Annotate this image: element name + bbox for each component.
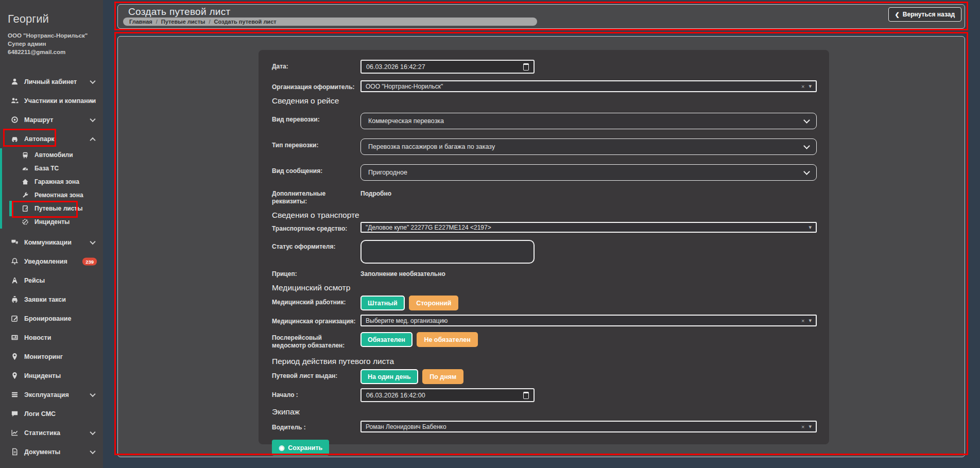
sidebar-subitem-vehicle-db[interactable]: База ТС <box>2 162 103 175</box>
sidebar-item-notifications[interactable]: Уведомления 239 <box>0 252 103 271</box>
back-button[interactable]: ❮ Вернуться назад <box>888 7 961 22</box>
chevron-down-icon <box>803 117 810 124</box>
sidebar-item-statistics[interactable]: Статистика <box>0 423 103 442</box>
breadcrumb-home[interactable]: Главная <box>129 19 152 25</box>
med-org-label: Медицинская организация: <box>272 315 360 325</box>
message-kind-label: Вид сообщения: <box>272 164 360 175</box>
sidebar-subitem-incidents[interactable]: Инциденты <box>2 215 103 229</box>
bell-icon <box>11 257 19 265</box>
med-worker-staff-button[interactable]: Штатный <box>360 296 405 310</box>
breadcrumb-waybills[interactable]: Путевые листы <box>161 19 205 25</box>
page-header: Создать путевой лист Главная / Путевые л… <box>117 4 965 29</box>
start-input[interactable]: 06.03.2026 16:42:00 <box>360 388 535 402</box>
message-kind-select[interactable]: Пригородное <box>360 164 817 181</box>
sidebar-item-exploitation[interactable]: Эксплуатация <box>0 385 103 404</box>
breadcrumb: Главная / Путевые листы / Создать путево… <box>123 18 537 26</box>
user-block: Георгий ООО "Нортранс-Норильск" Супер ад… <box>0 0 103 56</box>
trips-icon <box>11 276 19 284</box>
post-trip-required-button[interactable]: Обязателен <box>360 332 412 347</box>
chevron-down-icon <box>90 78 95 83</box>
save-button[interactable]: ◉ Сохранить <box>272 440 329 456</box>
chevron-down-icon <box>90 391 95 396</box>
incident-icon <box>22 218 29 226</box>
sidebar-item-booking[interactable]: Бронирование <box>0 309 103 328</box>
user-company: ООО "Нортранс-Норильск" <box>8 31 98 40</box>
chart-line-icon <box>11 429 19 437</box>
status-input[interactable] <box>360 240 535 264</box>
active-item-marker <box>9 201 13 216</box>
trailer-label: Прицеп: <box>272 267 360 278</box>
sidebar-item-trips[interactable]: Рейсы <box>0 271 103 290</box>
file-icon <box>11 448 19 456</box>
chevron-down-icon <box>803 143 810 149</box>
section-trip-info: Сведения о рейсе <box>272 95 829 107</box>
calendar-icon[interactable] <box>523 63 529 71</box>
sidebar-item-communications[interactable]: Коммуникации <box>0 233 103 252</box>
sidebar-subitem-repair-zone[interactable]: Ремонтная зона <box>2 188 103 202</box>
dropdown-caret-icon[interactable]: ▾ <box>809 423 812 430</box>
date-input[interactable]: 06.03.2026 16:42:27 <box>360 60 535 74</box>
edit-square-icon <box>11 315 19 322</box>
sidebar-item-incidents[interactable]: Инциденты <box>0 366 103 385</box>
sidebar-item-personal-cabinet[interactable]: Личный кабинет <box>0 72 103 91</box>
sidebar-item-monitoring[interactable]: Мониторинг <box>0 347 103 366</box>
clear-icon[interactable]: × <box>801 424 804 430</box>
sidebar-item-documents[interactable]: Документы <box>0 442 103 461</box>
wrench-icon <box>22 192 29 199</box>
med-org-select[interactable]: Выберите мед. организацию ×▾ <box>360 315 817 326</box>
sidebar-item-sms-logs[interactable]: Логи СМС <box>0 404 103 423</box>
clear-icon[interactable]: × <box>801 318 804 324</box>
transport-type-select[interactable]: Перевозка пассажиров и багажа по заказу <box>360 138 817 155</box>
issued-one-day-button[interactable]: На один день <box>360 369 418 384</box>
sidebar: Георгий ООО "Нортранс-Норильск" Супер ад… <box>0 0 103 468</box>
sidebar-subitem-garage-zone[interactable]: Гаражная зона <box>2 175 103 188</box>
dropdown-caret-icon[interactable]: ▾ <box>809 83 812 90</box>
notifications-badge: 239 <box>82 257 97 265</box>
transport-kind-select[interactable]: Коммерческая перевозка <box>360 113 817 129</box>
clear-icon[interactable]: × <box>801 83 804 90</box>
post-trip-optional-button[interactable]: Не обязателен <box>417 332 477 347</box>
page-title: Создать путевой лист <box>128 6 231 18</box>
users-icon <box>11 97 19 105</box>
bus-icon <box>22 151 29 159</box>
user-role: Супер админ <box>8 40 98 48</box>
med-worker-label: Медицинский работник: <box>272 296 360 306</box>
tachometer-icon <box>22 165 29 172</box>
sidebar-item-participants-companies[interactable]: Участники и компании <box>0 91 103 110</box>
trailer-hint: Заполнение необязательно <box>360 267 445 278</box>
sidebar-subitem-waybills[interactable]: Путевые листы <box>2 202 103 215</box>
sidebar-item-route[interactable]: Маршрут <box>0 110 103 129</box>
chevron-down-icon <box>803 168 810 175</box>
driver-label: Водитель : <box>272 421 360 431</box>
sidebar-item-news[interactable]: Новости <box>0 328 103 347</box>
driver-select[interactable]: Роман Леонидович Бабенко ×▾ <box>360 421 817 432</box>
chat-icon <box>11 238 19 246</box>
dropdown-caret-icon[interactable]: ▾ <box>809 224 812 231</box>
extra-requisites-link[interactable]: Подробно <box>360 187 391 197</box>
issued-by-days-button[interactable]: По дням <box>422 369 463 384</box>
newspaper-icon <box>11 334 19 341</box>
map-pin-icon <box>11 372 19 379</box>
waybill-document-icon <box>22 205 29 213</box>
calendar-icon[interactable] <box>523 392 529 399</box>
post-trip-label: Послерейсовый медосмотр обязателен: <box>272 331 349 350</box>
sidebar-subitem-cars[interactable]: Автомобили <box>2 148 103 162</box>
transport-kind-label: Вид перевозки: <box>272 113 360 124</box>
chevron-left-icon: ❮ <box>895 11 900 18</box>
sidebar-item-taxi-requests[interactable]: Заявки такси <box>0 290 103 309</box>
dropdown-caret-icon[interactable]: ▾ <box>809 317 812 324</box>
breadcrumb-separator: / <box>156 19 158 25</box>
org-select[interactable]: ООО "Нортранс-Норильск" ×▾ <box>360 80 817 92</box>
chevron-down-icon <box>90 116 95 122</box>
user-email: 6482211@gmail.com <box>8 48 98 56</box>
status-label: Статус оформителя: <box>272 240 360 251</box>
chevron-down-icon <box>90 448 95 454</box>
home-icon <box>22 178 29 186</box>
breadcrumb-separator: / <box>209 19 210 25</box>
med-worker-external-button[interactable]: Сторонний <box>409 296 458 310</box>
sidebar-item-fleet[interactable]: Автопарк <box>0 129 103 148</box>
date-label: Дата: <box>272 60 360 71</box>
vehicle-select[interactable]: "Деловое купе" 22277G Е227МЕ124 <2197> ▾ <box>360 222 817 233</box>
section-period: Период действия путевого листа <box>272 356 829 367</box>
chevron-down-icon <box>90 238 95 244</box>
